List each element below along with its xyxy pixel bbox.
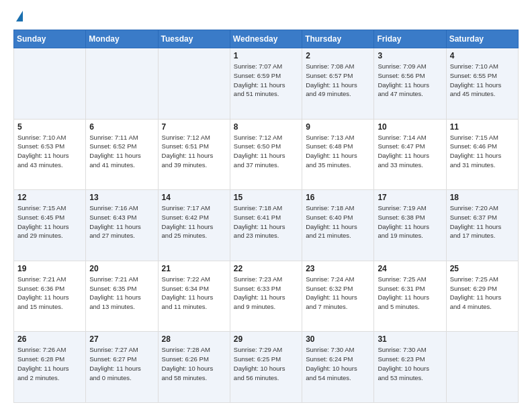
calendar-week-row: 5Sunrise: 7:10 AM Sunset: 6:53 PM Daylig…	[14, 119, 519, 190]
calendar-week-row: 26Sunrise: 7:26 AM Sunset: 6:28 PM Dayli…	[14, 332, 519, 403]
calendar-day-cell: 23Sunrise: 7:24 AM Sunset: 6:32 PM Dayli…	[302, 261, 374, 332]
day-number: 18	[450, 193, 515, 202]
day-info: Sunrise: 7:27 AM Sunset: 6:27 PM Dayligh…	[89, 345, 154, 382]
calendar-day-cell: 5Sunrise: 7:10 AM Sunset: 6:53 PM Daylig…	[14, 119, 86, 190]
calendar-day-cell: 2Sunrise: 7:08 AM Sunset: 6:57 PM Daylig…	[302, 48, 374, 120]
logo-triangle-icon	[16, 11, 23, 21]
day-info: Sunrise: 7:12 AM Sunset: 6:51 PM Dayligh…	[162, 133, 226, 170]
calendar-day-cell: 22Sunrise: 7:23 AM Sunset: 6:33 PM Dayli…	[230, 261, 302, 332]
calendar-day-cell: 16Sunrise: 7:18 AM Sunset: 6:40 PM Dayli…	[302, 190, 374, 261]
day-info: Sunrise: 7:15 AM Sunset: 6:46 PM Dayligh…	[450, 133, 515, 170]
calendar-week-row: 19Sunrise: 7:21 AM Sunset: 6:36 PM Dayli…	[14, 261, 519, 332]
day-number: 10	[378, 122, 442, 132]
day-info: Sunrise: 7:26 AM Sunset: 6:28 PM Dayligh…	[17, 345, 82, 382]
day-info: Sunrise: 7:09 AM Sunset: 6:56 PM Dayligh…	[378, 62, 442, 99]
calendar-day-cell: 12Sunrise: 7:15 AM Sunset: 6:45 PM Dayli…	[14, 190, 86, 261]
day-number: 25	[450, 264, 515, 273]
day-number: 5	[17, 122, 82, 132]
day-info: Sunrise: 7:07 AM Sunset: 6:59 PM Dayligh…	[234, 62, 298, 99]
calendar-day-cell	[14, 48, 86, 120]
calendar-day-cell: 27Sunrise: 7:27 AM Sunset: 6:27 PM Dayli…	[86, 332, 158, 403]
day-info: Sunrise: 7:11 AM Sunset: 6:52 PM Dayligh…	[89, 133, 154, 170]
day-number: 4	[450, 51, 515, 60]
calendar-day-cell: 7Sunrise: 7:12 AM Sunset: 6:51 PM Daylig…	[158, 119, 230, 190]
calendar-day-cell: 19Sunrise: 7:21 AM Sunset: 6:36 PM Dayli…	[14, 261, 86, 332]
day-number: 21	[162, 264, 226, 273]
day-info: Sunrise: 7:18 AM Sunset: 6:40 PM Dayligh…	[306, 203, 370, 240]
day-number: 1	[234, 51, 298, 60]
calendar-day-cell: 11Sunrise: 7:15 AM Sunset: 6:46 PM Dayli…	[446, 119, 518, 190]
weekday-header-friday: Friday	[374, 30, 446, 48]
day-info: Sunrise: 7:23 AM Sunset: 6:33 PM Dayligh…	[234, 275, 298, 312]
day-number: 28	[162, 334, 226, 344]
day-number: 13	[89, 193, 154, 202]
day-info: Sunrise: 7:21 AM Sunset: 6:36 PM Dayligh…	[17, 275, 82, 312]
day-number: 20	[89, 264, 154, 273]
day-number: 8	[234, 122, 298, 132]
calendar-day-cell: 18Sunrise: 7:20 AM Sunset: 6:37 PM Dayli…	[446, 190, 518, 261]
weekday-header-thursday: Thursday	[302, 30, 374, 48]
calendar-day-cell: 31Sunrise: 7:30 AM Sunset: 6:23 PM Dayli…	[374, 332, 446, 403]
day-number: 17	[378, 193, 442, 202]
day-info: Sunrise: 7:10 AM Sunset: 6:53 PM Dayligh…	[17, 133, 82, 170]
calendar-day-cell: 24Sunrise: 7:25 AM Sunset: 6:31 PM Dayli…	[374, 261, 446, 332]
logo	[13, 11, 23, 23]
page-header	[13, 11, 519, 23]
weekday-header-saturday: Saturday	[446, 30, 518, 48]
day-number: 2	[306, 51, 370, 60]
calendar-day-cell: 14Sunrise: 7:17 AM Sunset: 6:42 PM Dayli…	[158, 190, 230, 261]
calendar-day-cell: 10Sunrise: 7:14 AM Sunset: 6:47 PM Dayli…	[374, 119, 446, 190]
calendar-day-cell: 30Sunrise: 7:30 AM Sunset: 6:24 PM Dayli…	[302, 332, 374, 403]
day-info: Sunrise: 7:15 AM Sunset: 6:45 PM Dayligh…	[17, 203, 82, 240]
day-info: Sunrise: 7:18 AM Sunset: 6:41 PM Dayligh…	[234, 203, 298, 240]
day-number: 31	[378, 334, 442, 344]
day-number: 22	[234, 264, 298, 273]
day-info: Sunrise: 7:10 AM Sunset: 6:55 PM Dayligh…	[450, 62, 515, 99]
day-number: 26	[17, 334, 82, 344]
day-info: Sunrise: 7:25 AM Sunset: 6:31 PM Dayligh…	[378, 275, 442, 312]
day-info: Sunrise: 7:20 AM Sunset: 6:37 PM Dayligh…	[450, 203, 515, 240]
calendar-day-cell: 6Sunrise: 7:11 AM Sunset: 6:52 PM Daylig…	[86, 119, 158, 190]
day-info: Sunrise: 7:17 AM Sunset: 6:42 PM Dayligh…	[162, 203, 226, 240]
calendar-day-cell: 20Sunrise: 7:21 AM Sunset: 6:35 PM Dayli…	[86, 261, 158, 332]
day-info: Sunrise: 7:13 AM Sunset: 6:48 PM Dayligh…	[306, 133, 370, 170]
day-number: 30	[306, 334, 370, 344]
day-number: 23	[306, 264, 370, 273]
calendar-day-cell	[86, 48, 158, 120]
day-info: Sunrise: 7:08 AM Sunset: 6:57 PM Dayligh…	[306, 62, 370, 99]
calendar-day-cell: 15Sunrise: 7:18 AM Sunset: 6:41 PM Dayli…	[230, 190, 302, 261]
day-number: 6	[89, 122, 154, 132]
weekday-header-wednesday: Wednesday	[230, 30, 302, 48]
calendar-day-cell: 1Sunrise: 7:07 AM Sunset: 6:59 PM Daylig…	[230, 48, 302, 120]
day-info: Sunrise: 7:21 AM Sunset: 6:35 PM Dayligh…	[89, 275, 154, 312]
day-number: 11	[450, 122, 515, 132]
day-info: Sunrise: 7:12 AM Sunset: 6:50 PM Dayligh…	[234, 133, 298, 170]
calendar-day-cell: 4Sunrise: 7:10 AM Sunset: 6:55 PM Daylig…	[446, 48, 518, 120]
calendar-day-cell	[158, 48, 230, 120]
calendar-day-cell: 17Sunrise: 7:19 AM Sunset: 6:38 PM Dayli…	[374, 190, 446, 261]
calendar-week-row: 12Sunrise: 7:15 AM Sunset: 6:45 PM Dayli…	[14, 190, 519, 261]
day-number: 14	[162, 193, 226, 202]
calendar-day-cell: 8Sunrise: 7:12 AM Sunset: 6:50 PM Daylig…	[230, 119, 302, 190]
day-number: 29	[234, 334, 298, 344]
calendar-day-cell	[446, 332, 518, 403]
calendar-day-cell: 28Sunrise: 7:28 AM Sunset: 6:26 PM Dayli…	[158, 332, 230, 403]
day-info: Sunrise: 7:30 AM Sunset: 6:23 PM Dayligh…	[378, 345, 442, 382]
day-number: 24	[378, 264, 442, 273]
calendar-day-cell: 25Sunrise: 7:25 AM Sunset: 6:29 PM Dayli…	[446, 261, 518, 332]
calendar-day-cell: 21Sunrise: 7:22 AM Sunset: 6:34 PM Dayli…	[158, 261, 230, 332]
calendar-day-cell: 9Sunrise: 7:13 AM Sunset: 6:48 PM Daylig…	[302, 119, 374, 190]
weekday-header-sunday: Sunday	[14, 30, 86, 48]
calendar-day-cell: 29Sunrise: 7:29 AM Sunset: 6:25 PM Dayli…	[230, 332, 302, 403]
calendar-header-row: SundayMondayTuesdayWednesdayThursdayFrid…	[14, 30, 519, 48]
calendar-day-cell: 26Sunrise: 7:26 AM Sunset: 6:28 PM Dayli…	[14, 332, 86, 403]
day-number: 3	[378, 51, 442, 60]
calendar-day-cell: 3Sunrise: 7:09 AM Sunset: 6:56 PM Daylig…	[374, 48, 446, 120]
day-number: 9	[306, 122, 370, 132]
day-info: Sunrise: 7:19 AM Sunset: 6:38 PM Dayligh…	[378, 203, 442, 240]
calendar-week-row: 1Sunrise: 7:07 AM Sunset: 6:59 PM Daylig…	[14, 48, 519, 120]
day-info: Sunrise: 7:22 AM Sunset: 6:34 PM Dayligh…	[162, 275, 226, 312]
day-info: Sunrise: 7:30 AM Sunset: 6:24 PM Dayligh…	[306, 345, 370, 382]
day-info: Sunrise: 7:14 AM Sunset: 6:47 PM Dayligh…	[378, 133, 442, 170]
weekday-header-monday: Monday	[86, 30, 158, 48]
